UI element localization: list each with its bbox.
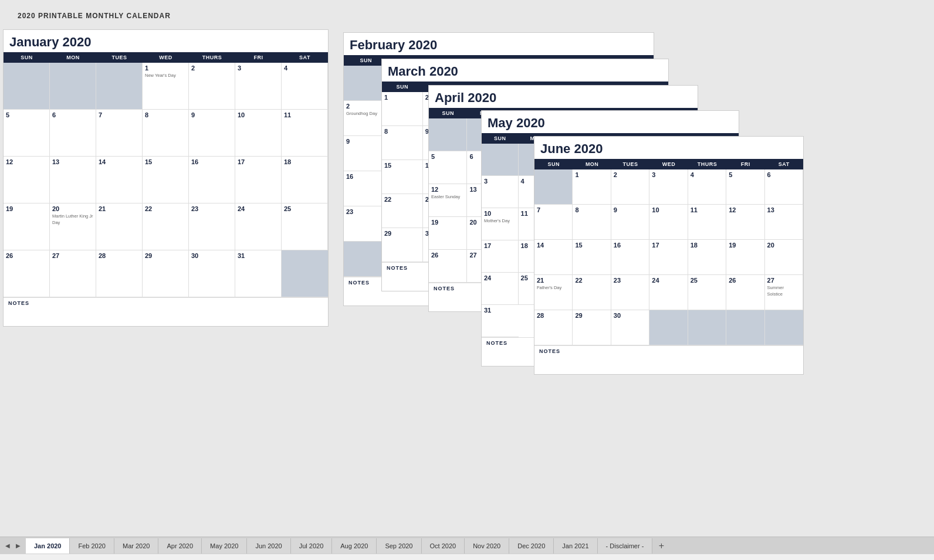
tab-disclaimer[interactable]: - Disclaimer - [598,538,653,554]
january-title: January 2020 [4,30,328,52]
table-row: 2 [611,169,649,205]
january-header: SUN MON TUES WED THURS FRI SAT [4,52,328,63]
table-row: 2 [189,63,235,110]
table-row: 24 [649,275,688,310]
table-row: 27 [50,250,96,297]
table-row: 30 [611,310,649,345]
table-row: 21Father's Day [534,275,573,310]
notes-label: NOTES [539,348,798,354]
table-row: 7 [96,110,143,157]
tab-jan-2021[interactable]: Jan 2021 [554,538,597,554]
table-row: 26 [726,275,764,310]
jan-hdr-tue: TUES [96,52,143,63]
february-title: February 2020 [344,33,654,55]
tab-aug-2020[interactable]: Aug 2020 [332,538,377,554]
table-row [726,310,764,345]
tab-jul-2020[interactable]: Jul 2020 [291,538,333,554]
table-row: 10 [649,205,688,240]
tab-feb-2020[interactable]: Feb 2020 [70,538,114,554]
tab-may-2020[interactable]: May 2020 [202,538,247,554]
table-row: 14 [534,240,573,275]
june-title: June 2020 [534,137,803,159]
table-row: 23 [611,275,649,310]
table-row [429,118,467,151]
notes-label: NOTES [8,300,323,306]
tab-sep-2020[interactable]: Sep 2020 [377,538,421,554]
table-row: 5 [429,151,467,184]
tab-oct-2020[interactable]: Oct 2020 [422,538,465,554]
table-row: 13 [765,205,803,240]
table-row: 24 [235,203,282,250]
table-row: 15 [573,240,611,275]
table-row: 8 [382,126,423,160]
table-row: 12 [4,157,50,203]
sheet-nav-left[interactable]: ◀ [2,541,13,551]
table-row: 19 [726,240,764,275]
table-row: 29 [573,310,611,345]
table-row: 31 [482,305,519,337]
table-row: 6 [765,169,803,205]
june-header: SUN MON TUES WED THURS FRI SAT [534,159,803,169]
tab-jan-2020[interactable]: Jan 2020 [26,538,70,554]
jan-hdr-wed: WED [143,52,189,63]
table-row [688,310,726,345]
sheet-nav-right[interactable]: ▶ [13,541,23,551]
jan-hdr-fri: FRI [235,52,282,63]
table-row: 1 [382,92,423,126]
tab-dec-2020[interactable]: Dec 2020 [509,538,554,554]
table-row: 18 [688,240,726,275]
table-row: 30 [189,250,235,297]
table-row: 5 [4,110,50,157]
tab-bar: ◀ ▶ Jan 2020 Feb 2020 Mar 2020 Apr 2020 … [0,537,934,554]
tab-apr-2020[interactable]: Apr 2020 [158,538,202,554]
table-row: 15 [382,160,423,194]
table-row: 17 [235,157,282,203]
tab-jun-2020[interactable]: Jun 2020 [247,538,290,554]
table-row: 15 [143,157,189,203]
table-row: 22 [143,203,189,250]
table-row: 12Easter Sunday [429,184,467,217]
calendar-january: January 2020 SUN MON TUES WED THURS FRI … [3,29,329,327]
table-row [96,63,143,110]
table-row: 19 [4,203,50,250]
table-row: 16 [611,240,649,275]
table-row: 4 [282,63,328,110]
table-row: 4 [688,169,726,205]
table-row: 18 [282,157,328,203]
jan-hdr-mon: MON [50,52,96,63]
march-title: March 2020 [382,59,668,82]
table-row: 13 [50,157,96,203]
table-row: 5 [726,169,764,205]
tab-nov-2020[interactable]: Nov 2020 [465,538,509,554]
table-row: 17 [482,240,519,273]
jan-hdr-sat: SAT [282,52,328,63]
table-row: 23 [189,203,235,250]
table-row: 22 [573,275,611,310]
jan-hdr-thu: THURS [189,52,235,63]
table-row: 22 [382,194,423,228]
add-sheet-button[interactable]: + [654,538,669,554]
table-row: 3 [649,169,688,205]
june-notes: NOTES [534,345,803,374]
table-row: 25 [282,203,328,250]
may-title: May 2020 [482,111,739,133]
table-row: 3 [482,176,519,208]
table-row: 24 [482,273,519,305]
january-notes: NOTES [4,297,328,326]
table-row: 29 [143,250,189,297]
table-row: 19 [429,217,467,250]
tab-mar-2020[interactable]: Mar 2020 [114,538,158,554]
table-row: 28 [534,310,573,345]
table-row: 9 [611,205,649,240]
table-row: 3 [235,63,282,110]
table-row: 20Martin Luther King Jr Day [50,203,96,250]
table-row [649,310,688,345]
table-row [4,63,50,110]
sheet-nav: ◀ ▶ [2,541,23,551]
table-row: 25 [688,275,726,310]
june-body: 1 2 3 4 5 6 7 8 9 10 11 12 13 14 15 16 1… [534,169,803,345]
table-row: 17 [649,240,688,275]
table-row: 14 [96,157,143,203]
table-row [482,144,519,176]
table-row: 11 [688,205,726,240]
